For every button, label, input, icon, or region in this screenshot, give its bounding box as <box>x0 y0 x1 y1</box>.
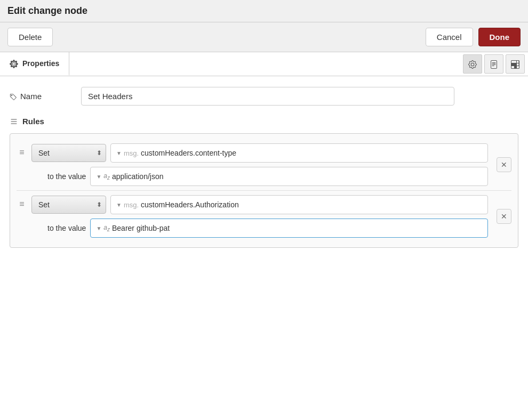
rule-2-delete-area: ✕ <box>493 209 511 224</box>
rules-container: ≡ Set Change Delete Move <box>10 133 518 248</box>
drag-handle-2[interactable]: ≡ <box>17 199 27 209</box>
tab-icons <box>462 52 528 76</box>
rule-2-to-the-value-label: to the value <box>47 224 86 232</box>
rule-1-az-label: az <box>103 172 110 181</box>
rule-2-prefix-btn[interactable]: ▼ msg. <box>116 201 139 209</box>
rule-2: ≡ Set Change Delete Move <box>17 191 511 242</box>
drag-handle-1[interactable]: ≡ <box>17 148 27 157</box>
gear-icon <box>10 59 18 68</box>
done-button[interactable]: Done <box>478 28 521 46</box>
rule-2-value-type-btn[interactable]: ▼ az <box>96 224 110 232</box>
rule-1-action-wrapper: Set Change Delete Move <box>31 144 106 162</box>
rule-1-content: Set Change Delete Move ▼ msg. <box>31 143 488 186</box>
tab-properties-label: Properties <box>22 59 59 68</box>
settings-icon <box>468 59 477 68</box>
toolbar: Delete Cancel Done <box>0 22 528 52</box>
rule-2-property-input[interactable] <box>141 200 482 209</box>
rule-2-value-wrapper: ▼ az <box>90 219 488 238</box>
rule-1-wrapper: ≡ Set Change Delete Move <box>17 143 511 186</box>
delete-button[interactable]: Delete <box>7 28 53 46</box>
tab-settings-icon-btn[interactable] <box>463 54 482 74</box>
rule-1-delete-area: ✕ <box>493 157 511 172</box>
description-icon <box>490 59 498 68</box>
name-field-row: Name <box>10 87 518 106</box>
rule-1: ≡ Set Change Delete Move <box>17 139 511 191</box>
rule-2-bottom-row: to the value ▼ az <box>31 219 488 238</box>
layout-icon <box>511 59 519 68</box>
name-label: Name <box>10 92 74 101</box>
rule-1-bottom-row: to the value ▼ az <box>31 167 488 186</box>
tabs-row: Properties <box>0 52 528 76</box>
cancel-button[interactable]: Cancel <box>426 28 473 46</box>
rule-1-value-input[interactable] <box>112 172 482 181</box>
name-input[interactable] <box>81 87 454 106</box>
rule-1-delete-button[interactable]: ✕ <box>497 157 511 172</box>
tab-properties[interactable]: Properties <box>0 52 69 75</box>
tab-layout-icon-btn[interactable] <box>506 54 525 74</box>
rule-2-action-select[interactable]: Set Change Delete Move <box>31 196 106 214</box>
rule-1-action-select[interactable]: Set Change Delete Move <box>31 144 106 162</box>
rules-label: Rules <box>22 117 44 126</box>
rule-1-prefix-btn[interactable]: ▼ msg. <box>116 149 139 157</box>
rule-2-action-wrapper: Set Change Delete Move <box>31 196 106 214</box>
rule-1-property-wrapper: ▼ msg. <box>110 143 488 163</box>
rule-2-msg-label: msg. <box>124 201 139 209</box>
rules-header: Rules <box>10 116 518 126</box>
rule-2-value-input[interactable] <box>112 224 482 232</box>
rule-1-msg-label: msg. <box>124 149 139 157</box>
toolbar-left: Delete <box>7 28 53 46</box>
rule-2-content: Set Change Delete Move ▼ msg. <box>31 195 488 238</box>
rule-2-az-label: az <box>103 224 110 232</box>
tag-icon <box>10 92 17 101</box>
name-field-label: Name <box>20 92 42 101</box>
tab-description-icon-btn[interactable] <box>484 54 503 74</box>
rule-2-delete-button[interactable]: ✕ <box>497 209 511 224</box>
rule-1-prefix-arrow: ▼ <box>116 150 122 156</box>
rule-2-property-wrapper: ▼ msg. <box>110 195 488 214</box>
rule-1-top-row: Set Change Delete Move ▼ msg. <box>31 143 488 163</box>
rules-icon <box>10 116 18 126</box>
rule-2-wrapper: ≡ Set Change Delete Move <box>17 195 511 238</box>
rule-2-prefix-arrow: ▼ <box>116 202 122 208</box>
page-title: Edit change node <box>7 5 87 17</box>
toolbar-right: Cancel Done <box>426 28 521 46</box>
rule-1-to-the-value-label: to the value <box>47 172 86 181</box>
rule-1-value-wrapper: ▼ az <box>90 167 488 186</box>
rule-1-value-type-arrow: ▼ <box>96 174 101 180</box>
rule-1-property-input[interactable] <box>141 149 482 157</box>
rule-2-top-row: Set Change Delete Move ▼ msg. <box>31 195 488 214</box>
title-bar: Edit change node <box>0 0 528 22</box>
main-content: Name Rules ≡ <box>0 76 528 259</box>
rule-1-value-type-btn[interactable]: ▼ az <box>96 172 110 181</box>
rule-2-value-type-arrow: ▼ <box>96 225 101 231</box>
